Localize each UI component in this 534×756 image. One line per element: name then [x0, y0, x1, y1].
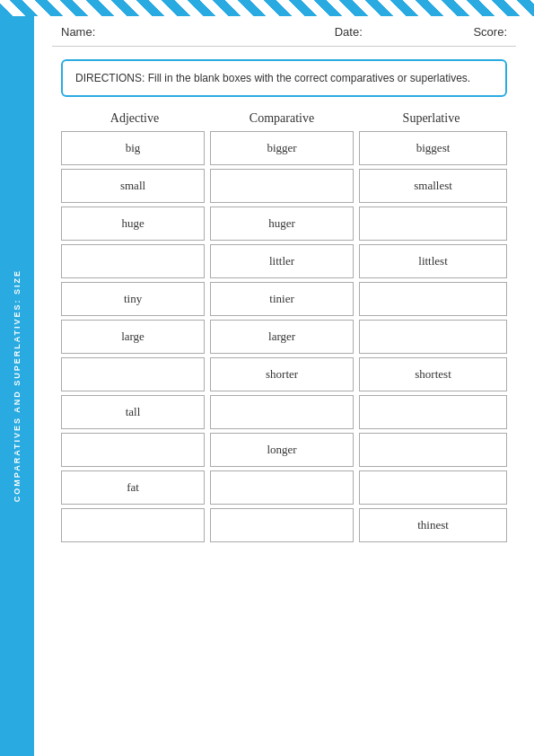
cell-adj-5: large	[61, 320, 205, 354]
sidebar-label: COMPARATIVES AND SUPERLATIVES: SIZE	[13, 269, 22, 502]
cell-sup-2[interactable]	[359, 207, 507, 241]
cell-adj-8[interactable]	[61, 433, 205, 467]
table-row: littlerlittlest	[61, 244, 507, 278]
cell-adj-4: tiny	[61, 282, 205, 316]
cell-comp-2: huger	[210, 207, 354, 241]
cell-comp-9[interactable]	[210, 470, 354, 505]
cell-sup-0: biggest	[359, 131, 507, 165]
cell-sup-5[interactable]	[359, 320, 507, 354]
cell-sup-3: littlest	[359, 244, 507, 278]
table-row: tall	[61, 395, 507, 429]
cell-sup-4[interactable]	[359, 282, 507, 316]
directions-text: DIRECTIONS: Fill in the blank boxes with…	[75, 72, 470, 84]
sidebar: COMPARATIVES AND SUPERLATIVES: SIZE	[0, 16, 34, 756]
cell-comp-0: bigger	[210, 131, 354, 165]
table-row: hugehuger	[61, 207, 507, 241]
col-header-adjective: Adjective	[61, 111, 208, 126]
table-row: fat	[61, 470, 507, 505]
col-header-comparative: Comparative	[208, 111, 355, 126]
table-row: tinytinier	[61, 282, 507, 316]
cell-comp-7[interactable]	[210, 395, 354, 429]
cell-adj-3[interactable]	[61, 244, 205, 278]
cell-sup-7[interactable]	[359, 395, 507, 429]
cell-comp-5: larger	[210, 320, 354, 354]
cell-comp-3: littler	[210, 244, 354, 278]
col-header-superlative: Superlative	[355, 111, 507, 126]
cell-comp-6: shorter	[210, 357, 354, 391]
cell-comp-4: tinier	[210, 282, 354, 316]
table-row: longer	[61, 433, 507, 467]
score-label: Score:	[444, 25, 507, 39]
cell-adj-9: fat	[61, 470, 205, 505]
stripe-header	[0, 0, 534, 16]
table-row: shortershortest	[61, 357, 507, 391]
name-label: Name:	[61, 25, 253, 39]
table-row: thinest	[61, 508, 507, 542]
cell-adj-0: big	[61, 131, 205, 165]
main-content: Name: Date: Score: DIRECTIONS: Fill in t…	[34, 16, 534, 756]
table-row: smallsmallest	[61, 169, 507, 203]
cell-comp-1[interactable]	[210, 169, 354, 203]
column-headers: Adjective Comparative Superlative	[61, 111, 507, 126]
cell-sup-1: smallest	[359, 169, 507, 203]
table-row: bigbiggerbiggest	[61, 131, 507, 165]
cell-sup-9[interactable]	[359, 470, 507, 505]
header-row: Name: Date: Score:	[52, 16, 516, 47]
cell-sup-6: shortest	[359, 357, 507, 391]
date-label: Date:	[253, 25, 445, 39]
directions-box: DIRECTIONS: Fill in the blank boxes with…	[61, 59, 507, 97]
cell-adj-2: huge	[61, 207, 205, 241]
table-row: largelarger	[61, 320, 507, 354]
cell-adj-10[interactable]	[61, 508, 205, 542]
cell-comp-8: longer	[210, 433, 354, 467]
cell-sup-10: thinest	[359, 508, 507, 542]
cell-adj-7: tall	[61, 395, 205, 429]
cell-adj-6[interactable]	[61, 357, 205, 391]
cell-comp-10[interactable]	[210, 508, 354, 542]
cell-sup-8[interactable]	[359, 433, 507, 467]
cell-adj-1: small	[61, 169, 205, 203]
table-area: bigbiggerbiggestsmallsmallesthugehugerli…	[61, 131, 507, 542]
